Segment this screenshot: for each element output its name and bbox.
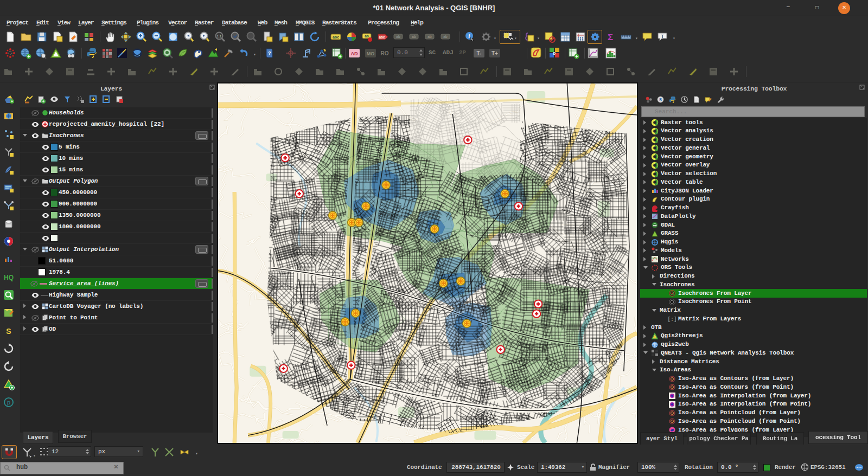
svg-text:Σ: Σ <box>608 33 613 43</box>
svg-text:?: ? <box>268 51 271 56</box>
svg-text:T-: T- <box>477 50 482 56</box>
svg-text:RO: RO <box>381 50 389 56</box>
svg-text:1:1: 1:1 <box>217 35 222 38</box>
svg-text:MO: MO <box>367 51 375 56</box>
svg-text:ab: ab <box>396 35 400 38</box>
svg-text:AD: AD <box>351 51 358 56</box>
svg-text:i: i <box>469 33 470 39</box>
svg-text:T+: T+ <box>492 50 498 56</box>
svg-text:ab: ab <box>443 35 448 38</box>
svg-text:ab: ab <box>365 34 369 38</box>
svg-text:D: D <box>553 51 556 56</box>
svg-text:[:]: [:] <box>668 317 676 323</box>
svg-text:ab: ab <box>412 35 416 38</box>
svg-text:T: T <box>661 34 664 40</box>
svg-text:R: R <box>659 98 662 102</box>
svg-text:ab: ab <box>427 35 432 38</box>
svg-text:p: p <box>7 399 10 406</box>
svg-text:S: S <box>6 327 11 336</box>
svg-text:HQ: HQ <box>4 274 14 281</box>
svg-text:abc: abc <box>333 35 339 39</box>
svg-text:abc: abc <box>379 35 385 39</box>
